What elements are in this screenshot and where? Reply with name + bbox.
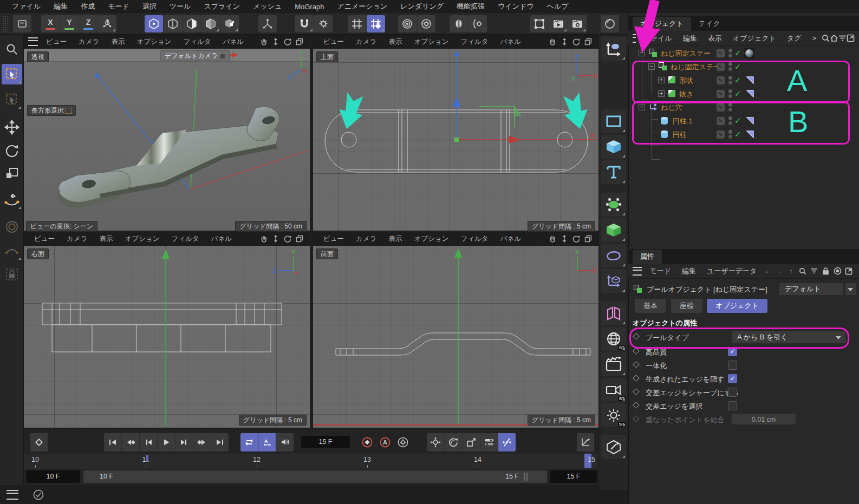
visibility-dots[interactable] <box>728 49 732 58</box>
vp-menu-options[interactable]: オプション <box>131 37 177 47</box>
mirror-settings-button[interactable] <box>468 15 487 32</box>
expand-icon[interactable]: + <box>658 77 665 83</box>
goto-start-button[interactable] <box>104 433 121 451</box>
arc-tool[interactable] <box>2 240 22 261</box>
vp-menu-filter[interactable]: フィルタ <box>165 234 205 244</box>
vp-menu-display[interactable]: 表示 <box>93 234 119 244</box>
points-mode-button[interactable] <box>164 15 182 32</box>
record-keyframe-button[interactable] <box>359 433 376 451</box>
tree-row-shape[interactable]: + 形状 ✎ ✓ <box>628 74 859 87</box>
key-scale-button[interactable] <box>463 433 480 451</box>
cube-primitive-button[interactable] <box>601 135 626 159</box>
toggle-view-icon[interactable] <box>582 37 594 47</box>
keyframe-diamond-icon[interactable] <box>633 361 640 368</box>
vp-menu-panel[interactable]: パネル <box>494 37 527 47</box>
collapse-icon[interactable]: − <box>639 50 645 56</box>
menu-window[interactable]: ウインドウ <box>491 2 541 11</box>
tree-row-cutout[interactable]: + 抜き ✎ ✓ <box>628 87 859 101</box>
menu-tools[interactable]: ツール <box>163 2 198 11</box>
range-start-field[interactable]: 10 F <box>26 470 80 483</box>
enabled-check-icon[interactable]: ✓ <box>734 89 741 99</box>
zoom-updown-icon[interactable] <box>558 234 570 244</box>
phong-tag-icon[interactable] <box>746 117 754 125</box>
rotate-view-icon[interactable] <box>282 37 294 47</box>
tree-row-cylinder[interactable]: 円柱 ✎ ✓ <box>628 128 859 141</box>
toolbar-grip[interactable] <box>2 16 8 32</box>
timeline-ruler[interactable]: 10 11 12 13 14 15 <box>24 454 598 469</box>
tab-objects[interactable]: オブジェクト <box>633 17 691 31</box>
axis-y-lock-button[interactable]: Y <box>60 15 79 32</box>
menu-edit[interactable]: 編集 <box>47 2 74 11</box>
vp-menu-camera[interactable]: カメラ <box>61 234 93 244</box>
prev-frame-button[interactable] <box>140 433 157 451</box>
visibility-dots[interactable] <box>728 89 732 99</box>
phong-tag-icon[interactable] <box>746 76 754 84</box>
om-menu-overflow[interactable]: > <box>806 34 822 42</box>
viewport-top-canvas[interactable]: Z X Y X 上面 グリッド間隔 : 5 cm <box>313 49 598 231</box>
play-button[interactable] <box>158 433 175 451</box>
range-end-field[interactable]: 15 F <box>550 470 597 483</box>
status-menu-icon[interactable] <box>6 490 18 500</box>
uv-mode-button[interactable] <box>220 15 239 32</box>
menu-file[interactable]: ファイル <box>5 2 47 11</box>
edit-toggle[interactable]: ✎ <box>717 117 725 125</box>
zoom-updown-icon[interactable] <box>558 37 570 47</box>
hide-new-edges-checkbox[interactable]: ✓ <box>728 374 737 383</box>
tab-attributes[interactable]: 属性 <box>633 250 662 264</box>
vp-menu-display[interactable]: 表示 <box>105 37 131 47</box>
coordinate-system-button[interactable] <box>98 15 116 32</box>
axis-lock-tool[interactable] <box>2 264 22 285</box>
tab-object[interactable]: オブジェクト <box>707 299 767 313</box>
menu-mograph[interactable]: MoGraph <box>288 3 330 11</box>
search-icon[interactable] <box>797 267 808 275</box>
high-quality-checkbox[interactable]: ✓ <box>728 347 737 356</box>
key-pla-button[interactable] <box>498 433 516 451</box>
edit-toggle[interactable]: ✎ <box>717 63 725 71</box>
lock-workplane-button[interactable] <box>367 15 385 32</box>
visibility-dots[interactable] <box>728 116 732 126</box>
edit-toggle[interactable]: ✎ <box>717 49 725 57</box>
keyframe-diamond-icon[interactable] <box>633 375 640 382</box>
single-object-checkbox[interactable] <box>728 361 737 370</box>
snap-settings-button[interactable] <box>314 15 333 32</box>
axis-modifier-button[interactable] <box>601 269 626 293</box>
enabled-check-icon[interactable]: ✓ <box>734 129 741 139</box>
magic-solo-button[interactable] <box>601 15 619 32</box>
visibility-dots[interactable] <box>728 130 732 139</box>
pan-hand-icon[interactable] <box>546 37 558 47</box>
om-menu-icon[interactable] <box>633 34 636 43</box>
zoom-updown-icon[interactable] <box>270 234 282 244</box>
axis-x-lock-button[interactable]: X <box>41 15 60 32</box>
circle-spline-tool[interactable] <box>2 217 22 237</box>
vp-menu-camera[interactable]: カメラ <box>350 37 382 47</box>
tree-row-cylinder-1[interactable]: 円柱.1 ✎ ✓ <box>628 114 859 128</box>
render-view-button[interactable] <box>530 15 549 32</box>
scale-tool[interactable] <box>2 163 22 184</box>
mirror-tool-button[interactable] <box>450 15 468 32</box>
phong-tag-icon[interactable] <box>746 90 754 97</box>
menu-extensions[interactable]: 機能拡張 <box>450 2 491 11</box>
expand-icon[interactable]: + <box>658 90 665 97</box>
phong-tag-icon[interactable] <box>746 130 754 138</box>
break-cut-edges-checkbox[interactable] <box>728 388 737 397</box>
vp-menu-options[interactable]: オプション <box>119 234 165 244</box>
autokey-button[interactable]: A <box>376 433 394 451</box>
external-window-icon[interactable] <box>843 267 855 275</box>
key-rotation-button[interactable] <box>445 433 462 451</box>
visibility-dots[interactable] <box>728 62 732 71</box>
vp-menu-view[interactable]: ビュー <box>28 234 61 244</box>
tab-coordinates[interactable]: 座標 <box>671 299 702 313</box>
vp-menu-filter[interactable]: フィルタ <box>454 37 494 47</box>
vp-menu-view[interactable]: ビュー <box>40 37 73 47</box>
camera-toggle-icon[interactable] <box>220 54 225 58</box>
object-label[interactable]: 抜き <box>679 89 693 99</box>
pan-hand-icon[interactable] <box>258 234 270 244</box>
attr-menu-icon[interactable] <box>633 267 642 276</box>
text-spline-button[interactable] <box>601 160 626 184</box>
edit-toggle[interactable]: ✎ <box>717 76 725 84</box>
object-label[interactable]: 円柱 <box>673 130 687 140</box>
edit-toggle[interactable]: ✎ <box>717 103 725 112</box>
search-icon[interactable] <box>822 34 830 42</box>
sculpt-blob-button[interactable] <box>601 244 626 267</box>
vp-menu-panel[interactable]: パネル <box>494 234 527 244</box>
